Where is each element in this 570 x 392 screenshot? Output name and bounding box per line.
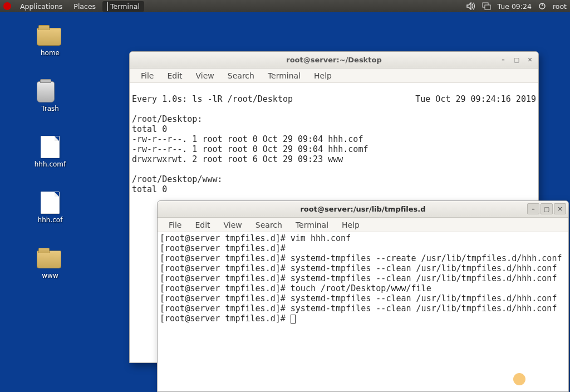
menu-file[interactable]: File <box>163 219 187 231</box>
menu-help[interactable]: Help <box>308 70 337 81</box>
desktop-icon-home[interactable]: home <box>28 24 72 57</box>
minimize-button[interactable]: – <box>497 54 509 65</box>
task-label: Terminal <box>110 2 140 11</box>
icon-label: www <box>42 272 58 280</box>
icon-label: hhh.comf <box>35 160 66 168</box>
watermark-text: 创新互联 <box>529 374 562 385</box>
watch-timestamp: Tue Oct 29 09:24:16 2019 <box>415 94 536 104</box>
file-icon <box>41 192 60 214</box>
menubar: File Edit View Search Terminal Help <box>158 218 568 232</box>
window-title: root@server:/usr/lib/tmpfiles.d <box>300 205 425 213</box>
cursor-icon <box>291 315 296 324</box>
terminal-window-tmpfiles[interactable]: root@server:/usr/lib/tmpfiles.d – ▢ ✕ Fi… <box>157 200 569 392</box>
menu-applications[interactable]: Applications <box>16 1 67 12</box>
close-button[interactable]: ✕ <box>554 203 566 214</box>
menu-edit[interactable]: Edit <box>189 219 215 231</box>
user-label[interactable]: root <box>553 2 567 11</box>
svg-rect-1 <box>485 5 490 9</box>
desktop-icon-trash[interactable]: Trash <box>28 80 72 112</box>
power-icon[interactable] <box>538 2 546 10</box>
terminal-text: [root@server tmpfiles.d]# vim hhh.conf [… <box>160 233 562 313</box>
folder-icon <box>37 28 61 46</box>
terminal-task-icon <box>107 2 108 11</box>
menu-file[interactable]: File <box>135 70 159 81</box>
menu-places[interactable]: Places <box>69 1 100 12</box>
window-controls: – ▢ ✕ <box>497 54 536 65</box>
desktop-icon-file-cof[interactable]: hhh.cof <box>28 192 72 224</box>
panel-right: Tue 09:24 root <box>466 2 567 11</box>
minimize-button[interactable]: – <box>527 203 539 214</box>
watermark-icon <box>513 373 525 385</box>
menu-search[interactable]: Search <box>222 70 260 81</box>
clock[interactable]: Tue 09:24 <box>498 2 532 11</box>
volume-icon[interactable] <box>466 2 475 10</box>
menu-terminal[interactable]: Terminal <box>262 70 306 81</box>
taskbar-terminal[interactable]: Terminal <box>102 1 144 12</box>
menubar: File Edit View Search Terminal Help <box>130 68 538 83</box>
terminal-output[interactable]: [root@server tmpfiles.d]# vim hhh.conf [… <box>158 232 568 391</box>
window-controls: – ▢ ✕ <box>527 203 566 214</box>
watch-command: Every 1.0s: ls -lR /root/Desktop <box>132 94 293 104</box>
titlebar[interactable]: root@server:/usr/lib/tmpfiles.d – ▢ ✕ <box>158 201 568 218</box>
icon-label: hhh.cof <box>38 216 63 224</box>
desktop-icon-file-comf[interactable]: hhh.comf <box>28 136 72 168</box>
icon-label: home <box>41 49 60 57</box>
top-panel: Applications Places Terminal Tue 09:24 r… <box>0 0 570 12</box>
window-title: root@server:~/Desktop <box>286 56 381 64</box>
menu-view[interactable]: View <box>190 70 220 81</box>
distro-icon <box>3 2 11 10</box>
titlebar[interactable]: root@server:~/Desktop – ▢ ✕ <box>130 52 538 68</box>
maximize-button[interactable]: ▢ <box>540 203 553 214</box>
network-icon[interactable] <box>482 2 491 10</box>
menu-view[interactable]: View <box>218 219 248 231</box>
close-button[interactable]: ✕ <box>524 54 536 65</box>
menu-terminal[interactable]: Terminal <box>290 219 334 231</box>
menu-help[interactable]: Help <box>336 219 365 231</box>
maximize-button[interactable]: ▢ <box>510 54 523 65</box>
panel-left: Applications Places Terminal <box>3 1 144 12</box>
trash-icon <box>37 81 55 102</box>
icon-label: Trash <box>41 105 59 112</box>
menu-search[interactable]: Search <box>250 219 288 231</box>
file-icon <box>41 136 60 158</box>
terminal-prompt: [root@server tmpfiles.d]# <box>160 313 291 324</box>
folder-icon <box>37 251 61 268</box>
menu-edit[interactable]: Edit <box>161 70 188 81</box>
watermark: 创新互联 <box>513 373 562 385</box>
terminal-text: /root/Desktop: total 0 -rw-r--r--. 1 roo… <box>132 114 368 194</box>
desktop-icon-folder-www[interactable]: www <box>28 247 72 280</box>
